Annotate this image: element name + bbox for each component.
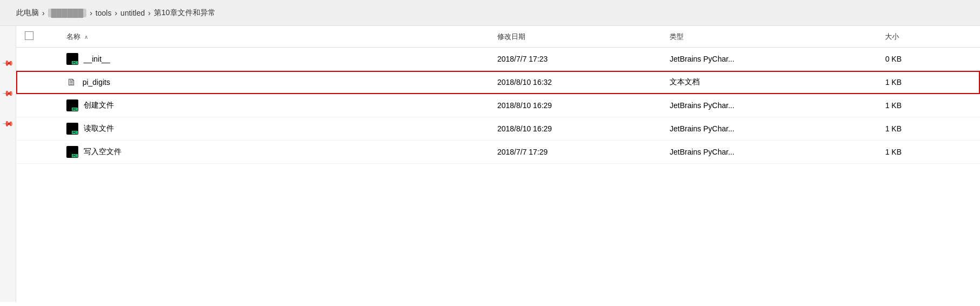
breadcrumb-part-1[interactable]: ██████ — [48, 9, 87, 17]
file-name-cell: 创建文件 — [58, 94, 489, 117]
file-name-cell: __init__ — [58, 48, 489, 71]
file-size-cell: 1 KB — [876, 141, 980, 164]
file-type-cell: JetBrains PyChar... — [661, 48, 876, 71]
row-checkbox-cell — [16, 71, 58, 94]
file-name-label: 创建文件 — [84, 101, 114, 110]
file-date-cell: 2018/8/10 16:29 — [489, 94, 661, 117]
file-size-cell: 0 KB — [876, 48, 980, 71]
file-date-cell: 2018/7/7 17:29 — [489, 141, 661, 164]
breadcrumb-part-0[interactable]: 此电脑 — [16, 8, 39, 18]
file-date-cell: 2018/7/7 17:23 — [489, 48, 661, 71]
file-date-cell: 2018/8/10 16:29 — [489, 117, 661, 141]
header-name[interactable]: 名称 ∧ — [58, 26, 489, 48]
table-header-row: 名称 ∧ 修改日期 类型 大小 — [16, 26, 980, 48]
file-table: 名称 ∧ 修改日期 类型 大小 __init__2018/7/7 17:23Je… — [16, 26, 980, 164]
file-list-area: 名称 ∧ 修改日期 类型 大小 __init__2018/7/7 17:23Je… — [16, 26, 980, 302]
pycharm-icon — [66, 123, 78, 135]
table-row[interactable]: 读取文件2018/8/10 16:29JetBrains PyChar...1 … — [16, 117, 980, 141]
file-type-cell: JetBrains PyChar... — [661, 117, 876, 141]
breadcrumb: 此电脑 › ██████ › tools › untitled › 第10章文件… — [0, 0, 980, 26]
breadcrumb-sep-1: › — [90, 9, 92, 17]
file-size-cell: 1 KB — [876, 94, 980, 117]
table-row[interactable]: __init__2018/7/7 17:23JetBrains PyChar..… — [16, 48, 980, 71]
main-content: 📌 📌 📌 名称 ∧ 修改日期 类型 — [0, 26, 980, 302]
table-row[interactable]: 创建文件2018/8/10 16:29JetBrains PyChar...1 … — [16, 94, 980, 117]
file-name-cell: 🗎pi_digits — [58, 71, 489, 94]
file-name-label: 读取文件 — [84, 124, 114, 134]
table-row[interactable]: 🗎pi_digits2018/8/10 16:32文本文档1 KB — [16, 71, 980, 94]
file-name-label: 写入空文件 — [84, 147, 121, 157]
breadcrumb-sep-0: › — [42, 9, 45, 17]
pycharm-icon — [66, 99, 78, 111]
breadcrumb-sep-2: › — [114, 9, 117, 17]
table-row[interactable]: 写入空文件2018/7/7 17:29JetBrains PyChar...1 … — [16, 141, 980, 164]
file-size-cell: 1 KB — [876, 117, 980, 141]
file-name-label: pi_digits — [83, 78, 110, 87]
header-checkbox-col[interactable] — [16, 26, 58, 48]
text-file-icon: 🗎 — [66, 76, 77, 88]
file-type-cell: 文本文档 — [661, 71, 876, 94]
row-checkbox-cell — [16, 94, 58, 117]
header-size[interactable]: 大小 — [876, 26, 980, 48]
pin-icon-2[interactable]: 📌 — [2, 117, 14, 129]
row-checkbox-cell — [16, 141, 58, 164]
row-checkbox-cell — [16, 48, 58, 71]
header-type[interactable]: 类型 — [661, 26, 876, 48]
file-type-cell: JetBrains PyChar... — [661, 94, 876, 117]
pin-icon-1[interactable]: 📌 — [2, 87, 14, 99]
file-date-cell: 2018/8/10 16:32 — [489, 71, 661, 94]
header-date[interactable]: 修改日期 — [489, 26, 661, 48]
file-name-cell: 写入空文件 — [58, 141, 489, 164]
file-size-cell: 1 KB — [876, 71, 980, 94]
select-all-checkbox[interactable] — [25, 31, 33, 40]
sort-arrow-name: ∧ — [84, 34, 88, 40]
file-type-cell: JetBrains PyChar... — [661, 141, 876, 164]
pycharm-icon — [66, 146, 78, 158]
file-name-label: __init__ — [84, 55, 110, 63]
row-checkbox-cell — [16, 117, 58, 141]
breadcrumb-part-2[interactable]: tools — [96, 9, 112, 17]
pycharm-icon — [66, 53, 78, 65]
breadcrumb-part-3[interactable]: untitled — [120, 9, 145, 17]
left-gutter: 📌 📌 📌 — [0, 26, 16, 302]
pin-icon-0[interactable]: 📌 — [2, 56, 14, 69]
file-name-cell: 读取文件 — [58, 117, 489, 141]
breadcrumb-part-4[interactable]: 第10章文件和异常 — [154, 8, 215, 18]
breadcrumb-sep-3: › — [148, 9, 151, 17]
